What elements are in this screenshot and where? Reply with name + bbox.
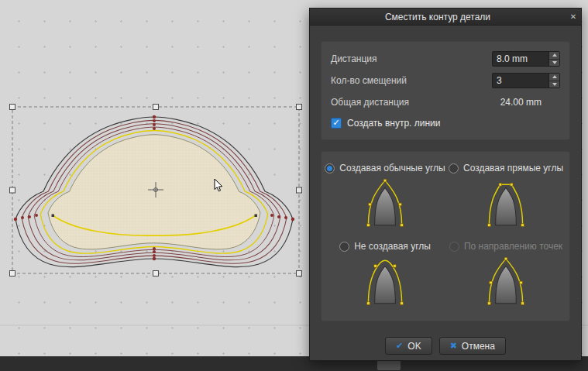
total-distance-value: 24.00 mm <box>500 97 542 108</box>
radio-right-angle-corners[interactable]: Создавая прямые углы <box>449 161 563 175</box>
radio-normal-corners-control[interactable] <box>325 163 335 173</box>
option-by-point-direction: По направлению точек <box>445 239 566 313</box>
total-distance-row: Общая дистанция 24.00 mm <box>331 91 560 113</box>
offsets-spin-up-icon[interactable] <box>549 74 559 81</box>
fields-panel: Дистанция 8.0 mm Кол-во смещений 3 <box>321 41 570 140</box>
distance-label: Дистанция <box>331 53 377 64</box>
distance-input[interactable]: 8.0 mm <box>492 51 560 67</box>
check-icon: ✓ <box>332 119 339 127</box>
radio-by-point-direction-label: По направлению точек <box>464 241 562 252</box>
radio-by-point-direction: По направлению точек <box>449 239 562 253</box>
dialog-title: Сместить контур детали <box>310 12 566 22</box>
preview-normal-corners-image[interactable] <box>356 177 414 235</box>
radio-no-corners-label[interactable]: Не создавая углы <box>354 241 431 252</box>
option-no-corners[interactable]: Не создавая углы <box>325 239 445 313</box>
cancel-x-icon: ✖ <box>450 342 457 350</box>
option-right-angle-corners[interactable]: Создавая прямые углы <box>445 161 566 235</box>
dialog-titlebar[interactable]: Сместить контур детали ✕ <box>310 9 581 26</box>
offsets-label: Кол-во смещений <box>331 75 407 86</box>
ok-button-label: OK <box>407 341 421 352</box>
distance-row: Дистанция 8.0 mm <box>331 48 560 70</box>
radio-no-corners[interactable]: Не создавая углы <box>339 239 431 253</box>
dialog-buttons: ✔ OK ✖ Отмена <box>310 337 581 355</box>
cancel-button[interactable]: ✖ Отмена <box>439 337 506 355</box>
offsets-value[interactable]: 3 <box>493 74 548 88</box>
offsets-input[interactable]: 3 <box>492 73 560 88</box>
preview-by-point-direction-image <box>477 256 535 313</box>
ok-check-icon: ✔ <box>396 342 403 350</box>
preview-no-corners-image[interactable] <box>356 256 414 313</box>
distance-spin-up-icon[interactable] <box>549 52 559 60</box>
cancel-button-label: Отмена <box>462 341 495 352</box>
distance-value[interactable]: 8.0 mm <box>493 52 548 66</box>
radio-no-corners-control[interactable] <box>339 242 349 252</box>
option-normal-corners[interactable]: Создавая обычные углы <box>325 161 445 235</box>
close-icon[interactable]: ✕ <box>566 12 581 21</box>
app-window: Сместить контур детали ✕ Дистанция 8.0 m… <box>0 0 588 371</box>
bottom-bar-chip[interactable] <box>377 360 401 370</box>
radio-right-angle-corners-label[interactable]: Создавая прямые углы <box>463 163 563 173</box>
distance-spin-down-icon[interactable] <box>549 60 559 67</box>
inner-lines-checkbox[interactable]: ✓ <box>331 118 342 129</box>
inner-lines-row: ✓ Создать внутр. линии <box>331 113 560 133</box>
radio-right-angle-corners-control[interactable] <box>449 163 459 173</box>
offset-contour-dialog: Сместить контур детали ✕ Дистанция 8.0 m… <box>309 8 582 361</box>
radio-normal-corners[interactable]: Создавая обычные углы <box>325 161 445 175</box>
inner-lines-label[interactable]: Создать внутр. линии <box>347 118 441 129</box>
radio-normal-corners-label[interactable]: Создавая обычные углы <box>339 163 445 173</box>
corner-options-panel: Создавая обычные углы <box>321 151 570 321</box>
radio-by-point-direction-control <box>449 242 459 252</box>
total-distance-label: Общая дистанция <box>331 97 409 108</box>
offsets-spin-down-icon[interactable] <box>549 81 559 88</box>
offsets-row: Кол-во смещений 3 <box>331 70 560 91</box>
ok-button[interactable]: ✔ OK <box>385 337 432 355</box>
preview-right-angle-corners-image[interactable] <box>477 177 535 235</box>
